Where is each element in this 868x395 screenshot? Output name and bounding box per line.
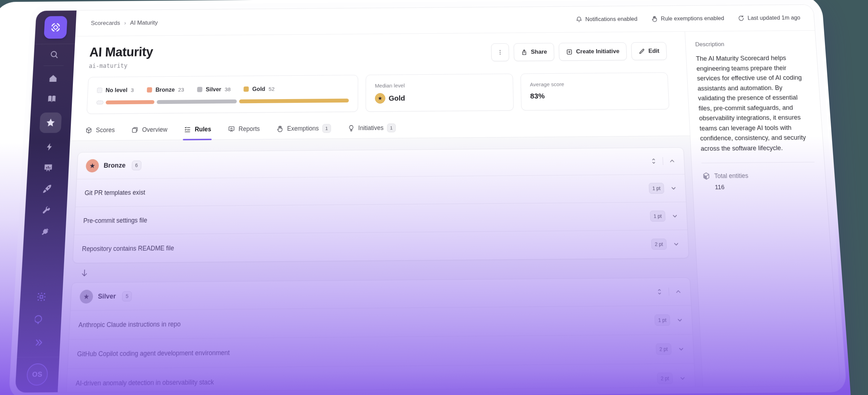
page-slug: ai-maturity (89, 62, 153, 70)
tab-label: Overview (142, 126, 167, 133)
sidebar-item-integrations[interactable] (37, 224, 53, 239)
sidebar-item-tools[interactable] (38, 203, 54, 218)
rules-content: ★ Bronze 6 (58, 136, 703, 392)
user-avatar[interactable]: OS (26, 363, 48, 386)
brand-logo[interactable] (44, 16, 67, 39)
no-level-segment (96, 100, 103, 105)
expand-rule-icon[interactable] (670, 185, 677, 191)
level-distribution-card: No level 3 Bronze 23 (86, 75, 358, 114)
total-entities-label: Total entities (714, 172, 748, 180)
section-header[interactable]: ★ Silver 5 (71, 278, 691, 311)
silver-level-icon: ★ (79, 289, 93, 303)
section-name: Bronze (103, 162, 125, 170)
title-block: AI Maturity ai-maturity (89, 45, 153, 70)
workspace-mark[interactable] (33, 289, 50, 304)
rule-name: Repository contains README file (82, 244, 174, 253)
median-level-card: Median level ★ Gold (366, 74, 514, 112)
tab-initiatives[interactable]: Initiatives 1 (347, 121, 396, 138)
legend-label: Bronze (155, 87, 175, 93)
collapse-section-icon[interactable] (675, 288, 682, 295)
overview-icon (131, 126, 139, 134)
sidebar-item-home[interactable] (45, 71, 61, 85)
sidebar-item-scorecards[interactable] (39, 112, 62, 133)
rule-row[interactable]: Pre-commit settings file 1 pt (74, 202, 687, 235)
report-board-icon (228, 126, 235, 133)
section-count-badge: 6 (132, 161, 141, 170)
median-level-text: Gold (389, 94, 405, 102)
notifications-status[interactable]: Notifications enabled (575, 16, 637, 23)
sidebar-item-actions[interactable] (41, 139, 57, 154)
tab-badge: 1 (387, 124, 396, 132)
sidebar-item-search[interactable] (46, 48, 62, 61)
share-button[interactable]: Share (514, 43, 555, 61)
tab-label: Exemptions (287, 125, 319, 133)
cube-icon (85, 127, 93, 134)
average-score-label: Average score (530, 80, 659, 88)
topbar-status: Notifications enabled Rule exemptions en… (575, 14, 801, 23)
more-actions-button[interactable] (491, 43, 509, 61)
level-distribution-bar (96, 99, 349, 105)
sidebar-bottom (31, 289, 50, 350)
bronze-swatch (147, 87, 152, 93)
average-score-card: Average score 83% (520, 72, 669, 110)
tab-rules[interactable]: Rules (183, 123, 212, 140)
create-initiative-button[interactable]: Create Initiative (559, 42, 627, 61)
breadcrumb-separator: › (124, 20, 126, 26)
sidebar-item-catalog[interactable] (44, 92, 60, 106)
average-score-value: 83% (530, 91, 659, 100)
tab-reports[interactable]: Reports (227, 123, 260, 139)
section-header[interactable]: ★ Bronze 6 (77, 148, 685, 179)
edit-button[interactable]: Edit (631, 42, 667, 60)
arrow-down-icon (80, 268, 89, 278)
sidebar-item-initiatives[interactable] (39, 182, 55, 196)
rule-points-badge: 1 pt (654, 315, 670, 326)
double-chevron-right-icon (33, 337, 44, 349)
breadcrumb: Scorecards › AI Maturity (91, 19, 158, 27)
rule-row[interactable]: Repository contains README file 2 pt (73, 230, 689, 263)
collapse-section-icon[interactable] (668, 157, 676, 165)
main-area: Scorecards › AI Maturity Notifications e… (58, 5, 840, 392)
tab-overview[interactable]: Overview (130, 123, 168, 140)
rule-points-badge: 2 pt (657, 373, 673, 384)
rule-row[interactable]: GitHub Copilot coding agent development … (68, 334, 694, 369)
app-window: OS Scorecards › AI Maturity (8, 0, 847, 395)
sidebar-item-reports[interactable] (40, 161, 56, 175)
tab-exemptions[interactable]: Exemptions 1 (276, 122, 332, 139)
expand-rule-icon[interactable] (679, 375, 686, 382)
rule-row[interactable]: Anthropic Claude instructions in repo 1 … (69, 305, 692, 339)
wrench-icon (41, 205, 51, 215)
exemptions-status[interactable]: Rule exemptions enabled (651, 15, 725, 22)
expand-rule-icon[interactable] (673, 241, 680, 248)
breadcrumb-current: AI Maturity (130, 19, 158, 26)
sort-icon[interactable] (656, 288, 663, 296)
details-panel: Description The AI Maturity Scorecard he… (685, 31, 840, 387)
share-label: Share (531, 49, 547, 56)
tab-label: Scores (96, 127, 115, 134)
legend-label: Silver (206, 86, 221, 93)
breadcrumb-root[interactable]: Scorecards (91, 20, 120, 27)
header-actions: Share Create Initiative (491, 42, 667, 61)
gold-swatch (244, 87, 249, 92)
chat-button[interactable] (32, 312, 48, 327)
tab-scores[interactable]: Scores (84, 124, 116, 140)
rule-row[interactable]: AI-driven anomaly detection in observabi… (66, 363, 695, 392)
expand-rule-icon[interactable] (676, 316, 683, 323)
rule-row[interactable]: Git PR templates exist 1 pt (76, 174, 686, 207)
last-updated-status[interactable]: Last updated 1m ago (737, 14, 801, 22)
scorecard-main: AI Maturity ai-maturity (58, 32, 703, 392)
rule-points-badge: 2 pt (651, 239, 667, 250)
legend-count: 38 (224, 86, 231, 93)
book-icon (47, 94, 57, 104)
presentation-icon (43, 163, 53, 173)
expand-sidebar-button[interactable] (31, 335, 47, 350)
summary-cards: No level 3 Bronze 23 (72, 64, 689, 114)
page-header: AI Maturity ai-maturity (74, 32, 686, 70)
panel-divider (702, 162, 815, 163)
tab-bar: Scores Overview (70, 109, 690, 141)
rule-name: AI-driven anomaly detection in observabi… (76, 378, 214, 387)
expand-rule-icon[interactable] (677, 345, 685, 353)
kebab-menu-icon (497, 49, 504, 55)
status-label: Rule exemptions enabled (661, 15, 725, 22)
sort-icon[interactable] (650, 157, 657, 165)
expand-rule-icon[interactable] (671, 212, 678, 219)
